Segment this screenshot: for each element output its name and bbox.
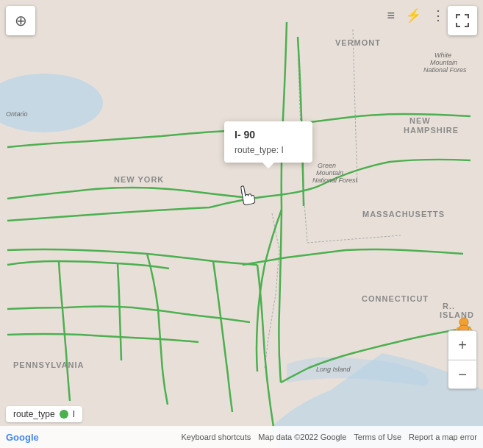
tooltip-title: I- 90 (235, 129, 302, 141)
bottom-links: Keyboard shortcuts Map data ©2022 Google… (181, 433, 477, 441)
svg-text:Ontario: Ontario (6, 110, 28, 118)
fullscreen-button[interactable] (448, 6, 477, 35)
tooltip-detail-label: route_type: (235, 145, 279, 155)
route-tooltip: I- 90 route_type: I (224, 121, 312, 163)
legend-value: I (73, 409, 75, 419)
svg-text:HAMPSHIRE: HAMPSHIRE (404, 126, 459, 135)
legend-dot (60, 410, 68, 419)
top-toolbar: ≡ ⚡ ⋮ (384, 4, 448, 26)
zoom-controls: + − (448, 330, 477, 389)
lightning-button[interactable]: ⚡ (402, 4, 424, 26)
tooltip-detail-value: I (281, 145, 283, 155)
svg-text:PENNSYLVANIA: PENNSYLVANIA (13, 360, 85, 369)
google-logo: Google (6, 432, 39, 443)
map-data-text: Map data ©2022 Google (258, 433, 346, 441)
map-svg: NEW YORK VERMONT NEW HAMPSHIRE MASSACHUS… (0, 0, 483, 448)
svg-text:National Forest: National Forest (312, 177, 358, 184)
svg-text:VERMONT: VERMONT (335, 38, 381, 47)
svg-text:National Fores: National Fores (423, 66, 467, 74)
map-container: NEW YORK VERMONT NEW HAMPSHIRE MASSACHUS… (0, 0, 483, 448)
keyboard-shortcuts-link[interactable]: Keyboard shortcuts (181, 433, 251, 441)
zoom-in-button[interactable]: + (448, 330, 477, 360)
legend-label: route_type (13, 409, 55, 419)
svg-text:R..: R.. (443, 302, 455, 310)
report-link[interactable]: Report a map error (409, 433, 477, 441)
svg-text:Long Island: Long Island (316, 366, 351, 373)
locate-button[interactable]: ⊕ (6, 6, 35, 35)
filter-button[interactable]: ≡ (384, 5, 398, 26)
lightning-icon: ⚡ (405, 8, 421, 23)
svg-text:CONNECTICUT: CONNECTICUT (362, 294, 429, 303)
tooltip-detail: route_type: I (235, 145, 302, 155)
locate-icon: ⊕ (15, 12, 27, 29)
zoom-out-button[interactable]: − (448, 360, 477, 389)
svg-text:White: White (434, 51, 451, 59)
terms-link[interactable]: Terms of Use (354, 433, 401, 441)
fullscreen-icon (456, 14, 469, 27)
more-button[interactable]: ⋮ (429, 4, 448, 26)
svg-text:NEW: NEW (409, 116, 431, 125)
svg-text:NEW YORK: NEW YORK (114, 175, 164, 184)
svg-text:MASSACHUSETTS: MASSACHUSETTS (362, 210, 445, 218)
more-icon: ⋮ (432, 8, 445, 23)
legend: route_type I (6, 406, 82, 422)
svg-text:Mountain: Mountain (430, 59, 457, 66)
svg-text:Mountain: Mountain (316, 169, 343, 177)
svg-text:Green: Green (318, 162, 336, 169)
filter-icon: ≡ (387, 8, 395, 23)
bottom-bar: Google Keyboard shortcuts Map data ©2022… (0, 426, 483, 448)
